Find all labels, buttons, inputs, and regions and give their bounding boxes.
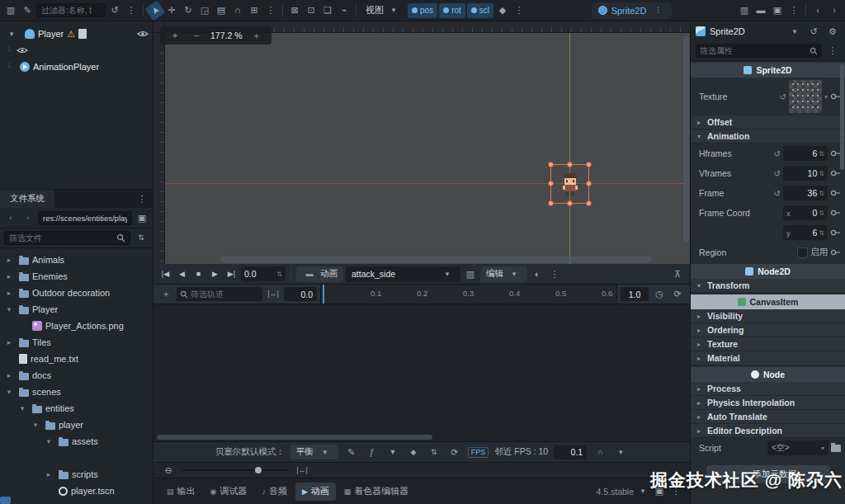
group-transform[interactable]: ▾ Transform bbox=[691, 279, 845, 293]
texture-thumbnail[interactable] bbox=[789, 80, 822, 113]
edit-menu-button[interactable]: 编辑 ▾ bbox=[480, 266, 527, 282]
select-tool-icon[interactable]: ➤ bbox=[144, 0, 165, 21]
file-tree-item[interactable]: ▸ scripts bbox=[0, 466, 153, 483]
canvas-vscrollbar[interactable] bbox=[683, 36, 689, 243]
key-icon[interactable] bbox=[830, 189, 841, 197]
selection-handle[interactable] bbox=[586, 200, 592, 206]
snap-step-field[interactable]: 0.1 bbox=[554, 445, 587, 459]
track-filter-box[interactable] bbox=[177, 287, 262, 301]
file-tree-item[interactable]: ▸ docs bbox=[0, 367, 153, 384]
file-row-content[interactable]: player.tscn bbox=[55, 483, 149, 498]
onion-skinning-icon[interactable]: ◐ bbox=[530, 266, 545, 281]
animation-track-area[interactable] bbox=[153, 304, 690, 442]
stop-button[interactable]: ■ bbox=[191, 270, 205, 278]
file-row-content[interactable]: Player_Actions.png bbox=[29, 318, 149, 333]
file-tree-item[interactable]: ▸ Outdoor decoration bbox=[0, 285, 153, 301]
file-tree-item[interactable]: read_me.txt bbox=[0, 351, 153, 367]
clock-icon[interactable]: ◷ bbox=[652, 287, 667, 302]
expand-icon[interactable]: ▾ bbox=[31, 421, 40, 429]
warning-icon[interactable]: ⚠ bbox=[67, 29, 75, 40]
chevron-down-icon[interactable]: ▾ bbox=[824, 93, 828, 101]
spinner-icon[interactable]: ⇅ bbox=[819, 190, 824, 197]
spinner-icon[interactable]: ⇅ bbox=[819, 150, 824, 158]
tab-debugger[interactable]: ◉ 调试器 bbox=[204, 483, 254, 501]
filesystem-more-icon[interactable]: ⋮ bbox=[135, 191, 149, 206]
expand-icon[interactable]: ▸ bbox=[45, 470, 53, 478]
tab-shader-editor[interactable]: ▦ 着色器编辑器 bbox=[338, 483, 416, 501]
file-row-content[interactable]: assets bbox=[55, 434, 149, 449]
track-filter-input[interactable] bbox=[191, 290, 259, 299]
selection-handle[interactable] bbox=[548, 181, 554, 186]
selection-handle[interactable] bbox=[567, 200, 573, 206]
group-texture[interactable]: ▸ Texture bbox=[691, 337, 845, 351]
node-row-content[interactable]: AnimationPlayer bbox=[17, 59, 149, 74]
file-tree-item[interactable]: ▸ Enemies bbox=[0, 268, 153, 285]
animation-name-dropdown[interactable]: attack_side ▾ bbox=[346, 266, 460, 282]
group-offset[interactable]: ▸ Offset bbox=[691, 115, 845, 130]
tracks-hscrollbar[interactable] bbox=[157, 435, 432, 440]
play-backwards-button[interactable]: ◀ bbox=[175, 270, 189, 278]
list-select-tool-icon[interactable]: ▤ bbox=[214, 3, 229, 18]
selection-handle[interactable] bbox=[548, 162, 554, 167]
spinner-icon[interactable]: ⇅ bbox=[819, 170, 824, 177]
lock-icon[interactable]: ⊠ bbox=[287, 3, 302, 18]
tab-output[interactable]: ▤ 输出 bbox=[160, 483, 202, 501]
function-curves-icon[interactable]: ƒ bbox=[365, 445, 380, 459]
file-row-content[interactable]: read_me.txt bbox=[16, 351, 149, 366]
spinner-icon[interactable]: ⇅ bbox=[276, 271, 282, 278]
tab-audio[interactable]: ♪ 音频 bbox=[255, 483, 294, 501]
file-row-content[interactable]: Enemies bbox=[16, 269, 149, 284]
grid-snap-icon[interactable]: ⊞ bbox=[247, 3, 262, 18]
file-tree-item[interactable]: ▾ Player bbox=[0, 301, 153, 318]
unlock-icon[interactable]: ⊡ bbox=[304, 3, 319, 18]
path-forward-icon[interactable]: › bbox=[21, 210, 35, 225]
frame-coord-x-field[interactable]: x0⇅ bbox=[783, 205, 828, 220]
nav-back-icon[interactable]: ‹ bbox=[810, 3, 825, 18]
move-keys-icon[interactable]: ⇅ bbox=[427, 445, 441, 459]
frame-field[interactable]: 36⇅ bbox=[783, 186, 828, 200]
player-sprite[interactable] bbox=[559, 172, 581, 196]
edited-scene-tab[interactable]: Sprite2D ⋮ bbox=[592, 2, 673, 19]
file-tree-item[interactable]: ▾ entities bbox=[0, 400, 153, 417]
expand-icon[interactable]: ▾ bbox=[18, 404, 26, 412]
zoom-out-button[interactable]: − bbox=[189, 28, 204, 43]
file-row-content[interactable]: Outdoor decoration bbox=[16, 285, 149, 300]
nav-forward-icon[interactable]: › bbox=[827, 3, 842, 18]
filesystem-hscrollbar[interactable] bbox=[0, 497, 11, 504]
slider-knob[interactable] bbox=[255, 467, 262, 473]
history-icon[interactable]: ↺ bbox=[806, 24, 821, 39]
vframes-field[interactable]: 10⇅ bbox=[783, 166, 828, 181]
property-filter-input[interactable] bbox=[700, 46, 807, 55]
group-auto-translate[interactable]: ▸ Auto Translate bbox=[691, 410, 845, 424]
expand-icon[interactable]: ▾ bbox=[5, 305, 13, 313]
bezier-mode-dropdown[interactable]: 平衡 ▾ bbox=[290, 445, 338, 459]
path-back-icon[interactable]: ‹ bbox=[3, 210, 18, 225]
script-icon[interactable] bbox=[78, 29, 87, 39]
region-checkbox[interactable] bbox=[797, 247, 808, 258]
center-view-icon[interactable]: ⌖ bbox=[168, 28, 182, 43]
revert-icon[interactable]: ↺ bbox=[774, 189, 781, 198]
selection-handle[interactable] bbox=[586, 162, 592, 167]
scene-node-player[interactable]: ▾ Player ⚠ bbox=[0, 26, 153, 42]
key-icon[interactable] bbox=[830, 248, 841, 257]
bone-icon[interactable]: ⌁ bbox=[337, 3, 352, 18]
update-icon[interactable]: ▾ bbox=[635, 484, 650, 499]
sort-icon[interactable]: ⇅ bbox=[134, 231, 149, 246]
insert-key-icon[interactable]: ◆ bbox=[406, 445, 421, 459]
frame-coord-y-field[interactable]: y6⇅ bbox=[783, 225, 828, 240]
timeline-cursor-field[interactable]: 0.0 bbox=[284, 287, 317, 301]
key-scl-toggle[interactable]: scl bbox=[467, 3, 493, 18]
file-tree-item[interactable]: ▾ player bbox=[0, 417, 153, 433]
timeline-zoom-slider[interactable] bbox=[182, 469, 288, 471]
spinner-icon[interactable]: ⇅ bbox=[819, 229, 824, 237]
pin-panel-icon[interactable]: ⊼ bbox=[670, 266, 685, 281]
add-track-button[interactable]: ＋ bbox=[158, 287, 173, 302]
dock-layout-icon[interactable]: ▥ bbox=[737, 3, 752, 18]
group-physics-interpolation[interactable]: ▸ Physics Interpolation bbox=[691, 396, 845, 410]
file-tree-item[interactable]: ▾ assets bbox=[0, 433, 153, 450]
selection-handle[interactable] bbox=[586, 181, 592, 186]
expand-icon[interactable]: ▸ bbox=[5, 338, 13, 346]
file-row-content[interactable]: entities bbox=[29, 401, 149, 416]
scale-tool-icon[interactable]: ◲ bbox=[197, 3, 212, 18]
expand-icon[interactable]: ▸ bbox=[5, 256, 13, 264]
